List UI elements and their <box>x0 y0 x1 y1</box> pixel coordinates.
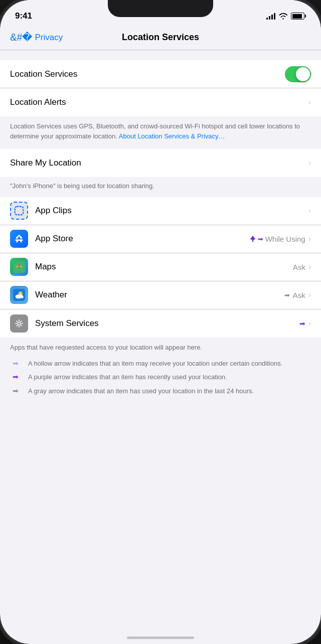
app-clips-label: App Clips <box>35 206 308 216</box>
while-using-arrow: ➡ <box>258 235 263 243</box>
back-label: Privacy <box>35 33 63 43</box>
battery-icon <box>291 13 306 20</box>
chevron-icon: › <box>308 262 311 271</box>
location-services-group: Location Services Location Alerts › <box>0 60 321 116</box>
back-button[interactable]: &#� Privacy <box>10 33 63 43</box>
purple-arrow-icon: ➡ <box>10 372 21 381</box>
home-indicator[interactable] <box>127 636 194 639</box>
system-services-icon <box>10 314 28 333</box>
svg-point-7 <box>20 295 24 298</box>
location-services-label: Location Services <box>10 69 285 79</box>
legend-purple-text: A purple arrow indicates that an item ha… <box>28 372 227 382</box>
system-services-label: System Services <box>35 318 299 329</box>
app-store-icon <box>10 230 28 248</box>
apps-group: App Clips › App Store <box>0 197 321 338</box>
footer-link[interactable]: About Location Services & Privacy… <box>119 132 225 140</box>
nav-bar: &#� Privacy Location Services <box>0 25 321 50</box>
wifi-icon <box>279 13 287 20</box>
signal-icon <box>266 13 275 20</box>
maps-value: Ask <box>293 263 305 271</box>
gray-arrow-icon: ➡ <box>284 291 290 299</box>
status-time: 9:41 <box>15 11 32 21</box>
weather-value: ➡ Ask <box>284 291 305 299</box>
system-services-item[interactable]: System Services ➡ › <box>0 309 321 338</box>
legend-intro: Apps that have requested access to your … <box>10 343 311 353</box>
chevron-icon: › <box>308 234 311 243</box>
app-clips-icon <box>10 202 28 220</box>
phone-frame: 9:41 <box>0 0 321 644</box>
location-alerts-item[interactable]: Location Alerts › <box>0 88 321 116</box>
maps-icon <box>10 258 28 276</box>
content: Location Services Location Alerts › Loca… <box>0 50 321 433</box>
legend-item-purple: ➡ A purple arrow indicates that an item … <box>10 372 311 382</box>
system-services-arrow-icon: ➡ <box>299 319 305 328</box>
location-services-footer: Location Services uses GPS, Bluetooth, a… <box>0 116 321 149</box>
bottom-spacer <box>0 408 321 433</box>
location-alerts-label: Location Alerts <box>10 97 308 107</box>
share-subtitle: "John's iPhone" is being used for locati… <box>0 177 321 197</box>
share-my-location-label: Share My Location <box>10 158 308 168</box>
weather-item[interactable]: Weather ➡ Ask › <box>0 281 321 309</box>
notch <box>108 0 213 17</box>
app-store-item[interactable]: App Store ➡ While Using › <box>0 225 321 253</box>
location-services-item[interactable]: Location Services <box>0 60 321 88</box>
chevron-icon: › <box>308 319 311 328</box>
maps-item[interactable]: Maps Ask › <box>0 253 321 281</box>
svg-point-10 <box>18 323 20 325</box>
chevron-icon: › <box>308 98 311 107</box>
system-services-value: ➡ <box>299 319 305 328</box>
gray-arrow-legend-icon: ➡ <box>10 386 21 395</box>
share-my-location-item[interactable]: Share My Location › <box>0 149 321 177</box>
arrow-purple-icon <box>250 236 256 242</box>
screen: 9:41 <box>0 0 321 644</box>
app-store-value: ➡ While Using <box>250 235 305 243</box>
app-clips-item[interactable]: App Clips › <box>0 197 321 225</box>
legend-section: Apps that have requested access to your … <box>0 338 321 408</box>
hollow-arrow-icon: ➡ <box>10 359 21 368</box>
legend-item-hollow: ➡ A hollow arrow indicates that an item … <box>10 359 311 369</box>
maps-label: Maps <box>35 262 293 272</box>
chevron-icon: › <box>308 158 311 168</box>
legend-hollow-text: A hollow arrow indicates that an item ma… <box>28 359 282 369</box>
chevron-icon: › <box>308 206 311 215</box>
toggle-knob <box>296 67 310 81</box>
share-location-group: Share My Location › <box>0 149 321 177</box>
weather-label: Weather <box>35 290 284 300</box>
chevron-icon: › <box>308 290 311 299</box>
top-spacer <box>0 50 321 60</box>
weather-icon <box>10 286 28 304</box>
legend-item-gray: ➡ A gray arrow indicates that an item ha… <box>10 386 311 396</box>
svg-rect-0 <box>15 207 24 215</box>
legend-gray-text: A gray arrow indicates that an item has … <box>28 386 254 396</box>
chevron-left-icon: &#� <box>10 32 33 42</box>
status-icons <box>266 13 306 20</box>
app-store-label: App Store <box>35 234 250 244</box>
page-title: Location Services <box>122 32 199 43</box>
location-services-toggle[interactable] <box>285 66 311 82</box>
